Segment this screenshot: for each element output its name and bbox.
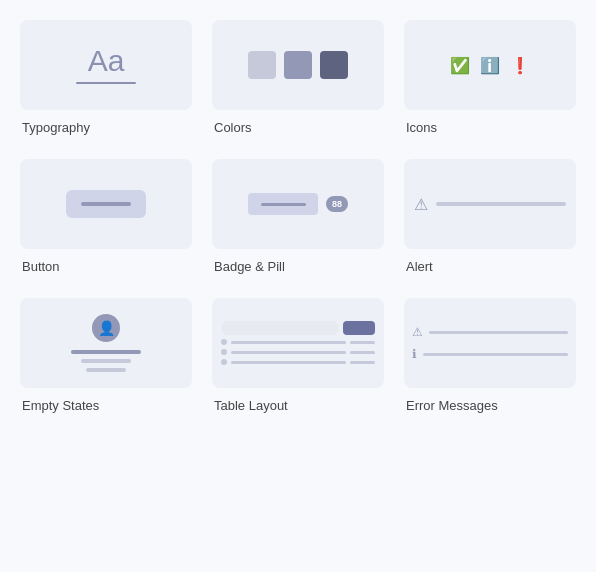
colors-label: Colors — [212, 120, 252, 135]
table-header — [221, 321, 376, 335]
icons-preview: ✅ ℹ️ ❗ — [404, 20, 576, 110]
error-line-1 — [429, 331, 568, 334]
table-search-bar — [221, 321, 340, 335]
alert-label: Alert — [404, 259, 433, 274]
alert-triangle-icon: ⚠ — [414, 195, 428, 214]
error-warning-icon: ⚠ — [412, 325, 423, 339]
badge-button-mock — [248, 193, 318, 215]
card-typography[interactable]: Aa Typography — [20, 20, 192, 135]
badge-preview: 88 — [212, 159, 384, 249]
empty-line-1 — [71, 350, 141, 354]
button-label-line — [81, 202, 131, 206]
card-icons[interactable]: ✅ ℹ️ ❗ Icons — [404, 20, 576, 135]
pill-text: 88 — [332, 199, 342, 209]
table-row-3 — [221, 359, 376, 365]
card-empty-states[interactable]: 👤 Empty States — [20, 298, 192, 413]
colors-preview — [212, 20, 384, 110]
alert-content-line — [436, 202, 566, 206]
table-action-button — [343, 321, 375, 335]
empty-states-label: Empty States — [20, 398, 99, 413]
info-circle-icon: ℹ️ — [480, 56, 500, 75]
error-messages-label: Error Messages — [404, 398, 498, 413]
error-row-1: ⚠ — [412, 325, 568, 339]
empty-line-2 — [81, 359, 131, 363]
badge-pill-label: Badge & Pill — [212, 259, 285, 274]
table-row-2 — [221, 349, 376, 355]
button-label: Button — [20, 259, 60, 274]
empty-line-3 — [86, 368, 126, 372]
error-line-2 — [423, 353, 568, 356]
color-box-medium — [284, 51, 312, 79]
button-mock — [66, 190, 146, 218]
person-icon: 👤 — [98, 320, 115, 336]
table-layout-label: Table Layout — [212, 398, 288, 413]
error-row-2: ℹ — [412, 347, 568, 361]
badge-button-line — [261, 203, 306, 206]
card-table-layout[interactable]: Table Layout — [212, 298, 384, 413]
card-colors[interactable]: Colors — [212, 20, 384, 135]
button-preview — [20, 159, 192, 249]
error-messages-preview: ⚠ ℹ — [404, 298, 576, 388]
typography-label: Typography — [20, 120, 90, 135]
card-alert[interactable]: ⚠ Alert — [404, 159, 576, 274]
check-circle-icon: ✅ — [450, 56, 470, 75]
table-layout-preview — [212, 298, 384, 388]
icons-label: Icons — [404, 120, 437, 135]
typography-underline — [76, 82, 136, 84]
typography-preview: Aa — [20, 20, 192, 110]
warning-circle-icon: ❗ — [510, 56, 530, 75]
table-row-1 — [221, 339, 376, 345]
card-badge-pill[interactable]: 88 Badge & Pill — [212, 159, 384, 274]
error-info-icon: ℹ — [412, 347, 417, 361]
component-grid: Aa Typography Colors ✅ ℹ️ ❗ Icons — [20, 20, 576, 413]
alert-preview: ⚠ — [404, 159, 576, 249]
card-error-messages[interactable]: ⚠ ℹ Error Messages — [404, 298, 576, 413]
empty-states-preview: 👤 — [20, 298, 192, 388]
empty-avatar-icon: 👤 — [92, 314, 120, 342]
card-button[interactable]: Button — [20, 159, 192, 274]
color-box-dark — [320, 51, 348, 79]
pill-mock: 88 — [326, 196, 348, 212]
color-box-light — [248, 51, 276, 79]
typography-aa-text: Aa — [88, 46, 125, 76]
